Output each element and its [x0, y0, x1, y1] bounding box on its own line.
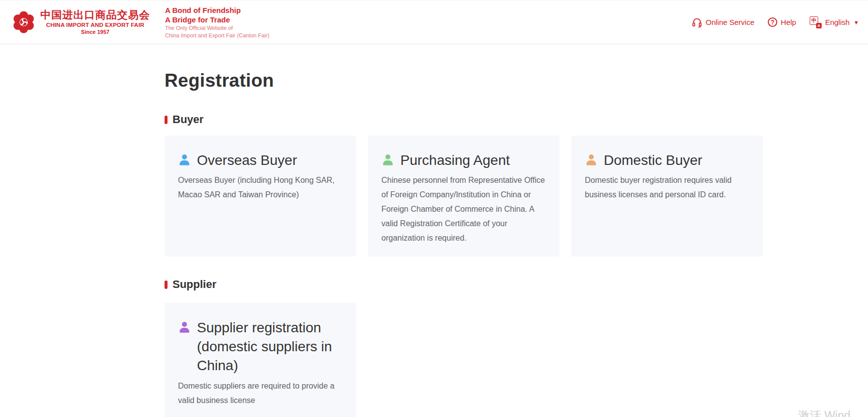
- help-label: Help: [781, 18, 796, 26]
- tagline-line1: A Bond of Friendship: [165, 5, 269, 15]
- buyer-section-label: Buyer: [173, 113, 203, 126]
- person-icon: [585, 153, 598, 166]
- person-icon: [178, 321, 191, 334]
- header-nav: Online Service ? Help 中 A English ▼: [692, 16, 860, 28]
- language-selector[interactable]: 中 A English ▼: [810, 16, 859, 28]
- overseas-buyer-card[interactable]: Overseas Buyer Overseas Buyer (including…: [165, 136, 356, 257]
- card-description: Domestic suppliers are required to provi…: [178, 379, 343, 408]
- card-head: Overseas Buyer: [178, 151, 343, 169]
- card-title: Purchasing Agent: [400, 151, 510, 169]
- logo-english-name: CHINA IMPORT AND EXPORT FAIR: [40, 22, 150, 28]
- supplier-cards-row: Supplier registration (domestic supplier…: [165, 303, 356, 417]
- card-title: Supplier registration (domestic supplier…: [197, 318, 343, 375]
- site-tagline: A Bond of Friendship A Bridge for Trade …: [165, 5, 269, 39]
- translate-icon: 中 A: [810, 16, 822, 28]
- site-header: 中国进出口商品交易会 CHINA IMPORT AND EXPORT FAIR …: [0, 0, 868, 44]
- headset-icon: [692, 17, 702, 28]
- online-service-label: Online Service: [706, 18, 755, 26]
- buyer-section-header: Buyer: [165, 113, 203, 126]
- tagline-sub1: The Only Official Website of: [165, 24, 269, 32]
- supplier-section-header: Supplier: [165, 278, 216, 291]
- help-icon-glyph: ?: [771, 19, 774, 26]
- logo-chinese-name: 中国进出口商品交易会: [40, 9, 150, 21]
- logo-since: Since 1957: [40, 29, 150, 35]
- person-icon: [381, 153, 394, 166]
- online-service-link[interactable]: Online Service: [692, 17, 755, 28]
- card-title: Domestic Buyer: [604, 151, 702, 169]
- translate-icon-en: A: [816, 23, 822, 28]
- tagline-line2: A Bridge for Trade: [165, 15, 269, 24]
- card-head: Purchasing Agent: [381, 151, 546, 169]
- page-title: Registration: [165, 70, 274, 91]
- canton-fair-flower-icon: [12, 10, 35, 34]
- card-description: Chinese personnel from Representative Of…: [381, 173, 546, 245]
- domestic-buyer-card[interactable]: Domestic Buyer Domestic buyer registrati…: [571, 136, 763, 257]
- buyer-cards-row: Overseas Buyer Overseas Buyer (including…: [165, 136, 763, 257]
- language-label: English: [825, 18, 850, 26]
- supplier-registration-card[interactable]: Supplier registration (domestic supplier…: [165, 303, 356, 417]
- chevron-down-icon: ▼: [854, 19, 859, 25]
- logo-text: 中国进出口商品交易会 CHINA IMPORT AND EXPORT FAIR …: [40, 9, 150, 35]
- card-head: Supplier registration (domestic supplier…: [178, 318, 343, 375]
- card-title: Overseas Buyer: [197, 151, 297, 169]
- card-description: Overseas Buyer (including Hong Kong SAR,…: [178, 173, 343, 202]
- site-logo[interactable]: 中国进出口商品交易会 CHINA IMPORT AND EXPORT FAIR …: [12, 9, 150, 35]
- help-icon: ?: [768, 17, 777, 27]
- card-head: Domestic Buyer: [585, 151, 749, 169]
- section-accent-bar: [165, 280, 168, 289]
- help-link[interactable]: ? Help: [768, 17, 796, 27]
- person-icon: [178, 153, 191, 166]
- supplier-section-label: Supplier: [173, 278, 216, 291]
- card-description: Domestic buyer registration requires val…: [585, 173, 749, 202]
- activate-windows-watermark: 激活 Wind: [798, 408, 851, 417]
- purchasing-agent-card[interactable]: Purchasing Agent Chinese personnel from …: [368, 136, 559, 257]
- section-accent-bar: [165, 116, 168, 124]
- tagline-sub2: China Import and Export Fair (Canton Fai…: [165, 32, 269, 39]
